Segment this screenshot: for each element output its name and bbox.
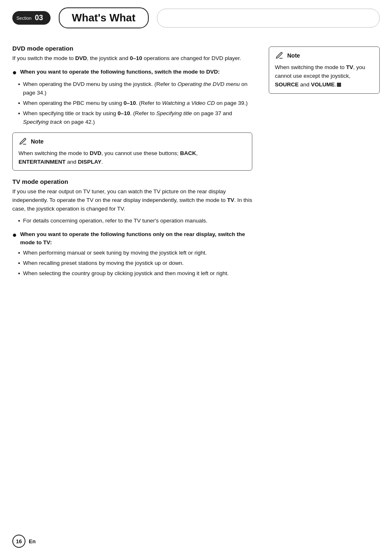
tv-mode-heading: TV mode operation xyxy=(12,178,252,185)
list-item: When performing manual or seek tuning by… xyxy=(18,249,252,257)
list-item: When operating the DVD menu by using the… xyxy=(18,80,252,97)
dvd-sub-bullets: When operating the DVD menu by using the… xyxy=(12,80,252,127)
left-column: DVD mode operation If you switch the mod… xyxy=(12,41,265,282)
stop-icon xyxy=(337,83,341,87)
tv-note-text: When switching the mode to TV, you canno… xyxy=(275,63,374,89)
note-icon-right xyxy=(275,51,284,60)
tv-bullet-dot: ● xyxy=(12,229,17,240)
list-item: When recalling preset stations by moving… xyxy=(18,259,252,268)
tv-detail-bullets: For details concerning operation, refer … xyxy=(12,217,252,225)
footer-lang: En xyxy=(29,538,36,544)
tv-intro-text: If you use the rear output on TV tuner, … xyxy=(12,188,252,213)
dvd-bullet-dot: ● xyxy=(12,67,17,78)
section-title-pill: What's What xyxy=(59,7,149,28)
tv-note-header: Note xyxy=(275,51,374,60)
tv-bullet-heading: ● When you want to operate the following… xyxy=(12,230,252,246)
content-area: DVD mode operation If you switch the mod… xyxy=(0,28,392,294)
dvd-mode-heading: DVD mode operation xyxy=(12,45,252,52)
section-title-text: What's What xyxy=(72,12,136,24)
dvd-intro-text: If you switch the mode to DVD, the joyst… xyxy=(12,54,252,63)
section-label: Section xyxy=(16,16,32,21)
section-number: 03 xyxy=(35,14,43,22)
list-item: When specifying title or track by using … xyxy=(18,109,252,127)
dvd-note-text: When switching the mode to DVD, you cann… xyxy=(18,149,246,167)
list-item: When selecting the country group by clic… xyxy=(18,269,252,278)
dvd-note-box: Note When switching the mode to DVD, you… xyxy=(12,132,252,171)
page-number: 16 xyxy=(12,535,25,548)
right-column: Note When switching the mode to TV, you … xyxy=(265,41,380,282)
footer: 16 En xyxy=(12,535,36,548)
dvd-note-header: Note xyxy=(18,137,246,146)
list-item: For details concerning operation, refer … xyxy=(18,217,252,225)
header: Section 03 What's What xyxy=(0,0,392,28)
tv-sub-bullets: When performing manual or seek tuning by… xyxy=(12,249,252,278)
header-right-pill xyxy=(157,9,380,28)
dvd-bullet-heading: ● When you want to operate the following… xyxy=(12,68,252,78)
list-item: When operating the PBC menu by using 0–1… xyxy=(18,99,252,108)
page-container: Section 03 What's What DVD mode operatio… xyxy=(0,0,392,556)
tv-note-box: Note When switching the mode to TV, you … xyxy=(269,46,380,94)
section-badge: Section 03 xyxy=(12,11,51,25)
note-icon xyxy=(18,137,28,146)
